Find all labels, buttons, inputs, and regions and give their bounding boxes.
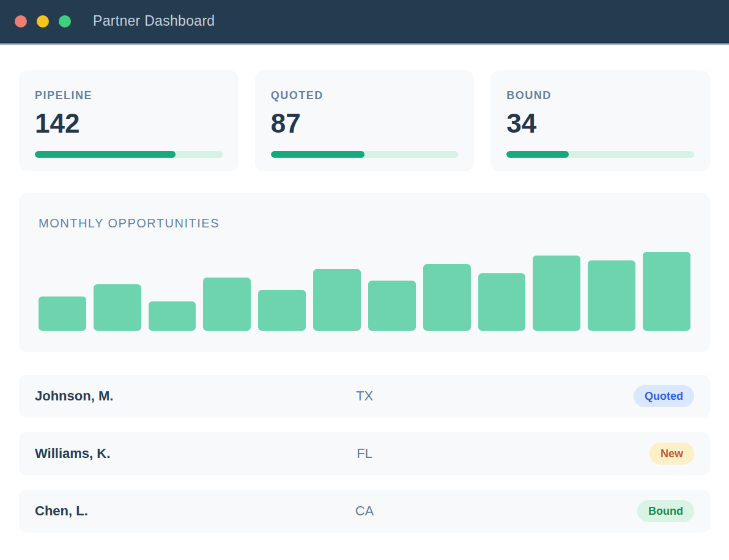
status-badge: New [649,443,694,465]
stat-value: 142 [35,110,223,137]
traffic-light-buttons [15,15,71,28]
monthly-bar-chart [39,230,690,331]
record-name: Williams, K. [35,446,286,462]
stat-label: BOUND [506,89,694,102]
progress-fill [271,151,364,158]
chart-title: MONTHLY OPPORTUNITIES [39,216,690,230]
record-row-chen[interactable]: Chen, L. CA Bound [19,490,710,532]
chart-bar [478,273,526,331]
record-status-cell: New [443,443,694,465]
status-badge: Quoted [634,385,694,407]
chart-bar [258,290,306,331]
chart-bar [39,297,86,331]
window-title: Partner Dashboard [93,13,215,29]
record-status-cell: Quoted [443,385,694,407]
records-list: Johnson, M. TX Quoted Williams, K. FL Ne… [19,375,710,532]
stat-label: PIPELINE [35,89,223,102]
status-badge: Bound [637,500,694,522]
chart-bar [588,260,635,331]
bound-progress-bar [506,151,694,158]
record-row-williams[interactable]: Williams, K. FL New [19,432,710,475]
dashboard-content: PIPELINE 142 QUOTED 87 BOUND 34 MONTHLY … [0,43,729,532]
stat-card-bound: BOUND 34 [490,70,710,171]
progress-fill [506,151,568,158]
record-status-cell: Bound [443,500,694,522]
record-state: FL [286,446,443,462]
stat-label: QUOTED [271,89,459,102]
chart-bar [94,284,141,331]
window-titlebar: Partner Dashboard [0,0,729,43]
stat-value: 34 [506,110,694,137]
chart-bar [643,252,690,331]
pipeline-progress-bar [35,151,223,158]
chart-bar [313,269,361,331]
minimize-window-button[interactable] [37,15,49,28]
chart-bar [368,281,416,331]
chart-bar [203,278,251,331]
chart-bar [533,256,580,331]
zoom-window-button[interactable] [59,15,71,28]
chart-bar [423,264,471,331]
record-state: CA [286,503,443,519]
monthly-opportunities-card: MONTHLY OPPORTUNITIES [19,193,710,352]
record-state: TX [286,388,443,404]
record-name: Johnson, M. [35,388,286,404]
progress-fill [35,151,176,158]
stat-cards-row: PIPELINE 142 QUOTED 87 BOUND 34 [19,70,710,171]
chart-bar [149,301,196,331]
record-row-johnson[interactable]: Johnson, M. TX Quoted [19,375,710,418]
stat-card-pipeline: PIPELINE 142 [19,70,239,171]
close-window-button[interactable] [15,15,27,28]
record-name: Chen, L. [35,503,286,519]
quoted-progress-bar [271,151,459,158]
stat-card-quoted: QUOTED 87 [255,70,475,171]
stat-value: 87 [271,110,459,137]
